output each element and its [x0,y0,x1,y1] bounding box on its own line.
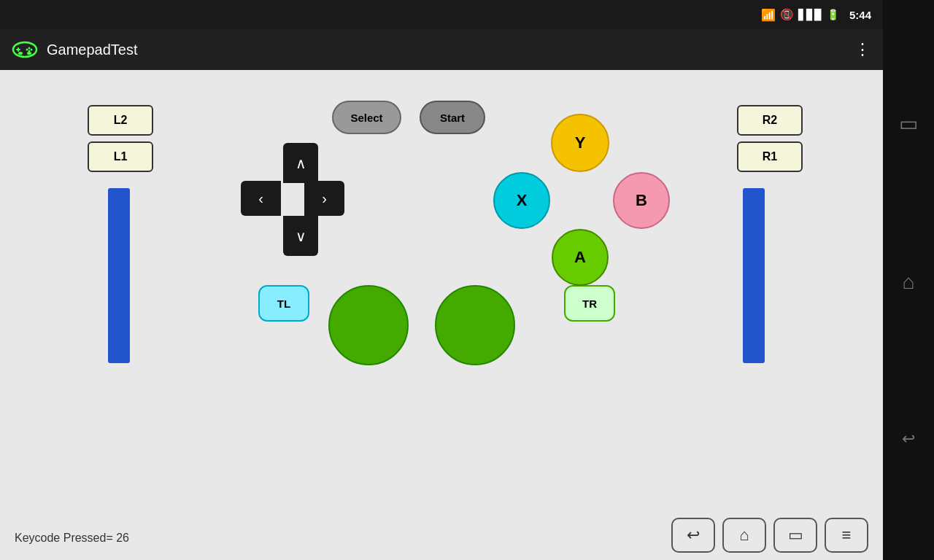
svg-point-9 [27,52,31,55]
r2-button[interactable]: R2 [737,105,803,136]
nav-back-icon[interactable]: ↩ [902,429,915,448]
back-nav-button[interactable]: ↩ [671,518,715,553]
bottom-bar: Keycode Pressed= 26 ↩ ⌂ ▭ ≡ [0,516,883,560]
nav-prev-icon[interactable]: ▭ [899,112,918,136]
svg-rect-3 [16,49,20,50]
status-bar: 📶 📵 ▋▊▉ 🔋 5:44 [0,0,883,29]
left-analog-stick[interactable] [328,285,409,365]
dpad-left-button[interactable]: ‹ [241,181,281,216]
x-button[interactable]: X [493,172,550,229]
dpad-down-button[interactable]: ∨ [283,216,318,256]
system-nav-bar: ▭ ⌂ ↩ [883,0,934,560]
battery-icon: 🔋 [827,9,839,20]
app-icon [12,36,38,63]
main-content: L2 L1 Select Start R2 R1 ∧ ‹ › ∨ TL [0,70,883,560]
nav-buttons: ↩ ⌂ ▭ ≡ [671,518,868,553]
silent-icon: 📵 [780,8,794,21]
svg-point-4 [28,47,31,50]
svg-rect-0 [12,36,38,63]
b-button[interactable]: B [613,172,670,229]
home-nav-button[interactable]: ⌂ [722,518,766,553]
nav-home-icon[interactable]: ⌂ [903,271,915,294]
l2-button[interactable]: L2 [88,105,153,136]
right-analog-stick[interactable] [435,285,515,365]
tr-button[interactable]: TR [564,285,615,322]
app-bar: GamepadTest ⋮ [0,29,883,70]
svg-point-7 [26,49,28,51]
svg-point-5 [31,49,33,51]
l1-button[interactable]: L1 [88,141,153,172]
status-icons: 📶 📵 ▋▊▉ 🔋 5:44 [761,8,871,22]
dpad-up-button[interactable]: ∧ [283,143,318,183]
a-button[interactable]: A [552,229,609,286]
keycode-text: Keycode Pressed= 26 [15,532,129,545]
app-title: GamepadTest [47,42,854,58]
left-analog-bar [108,188,130,363]
start-button[interactable]: Start [420,101,485,134]
tl-button[interactable]: TL [258,285,309,322]
y-button[interactable]: Y [551,114,609,172]
r1-button[interactable]: R1 [737,141,803,172]
overflow-menu-button[interactable]: ⋮ [854,40,871,59]
signal-icon: ▋▊▉ [798,9,822,20]
svg-point-8 [18,52,23,55]
status-time: 5:44 [849,9,871,21]
bluetooth-icon: 📶 [761,8,776,22]
recents-nav-button[interactable]: ▭ [773,518,817,553]
dpad-right-button[interactable]: › [304,181,344,216]
right-analog-bar [743,188,765,363]
menu-nav-button[interactable]: ≡ [825,518,868,553]
select-button[interactable]: Select [332,101,401,134]
